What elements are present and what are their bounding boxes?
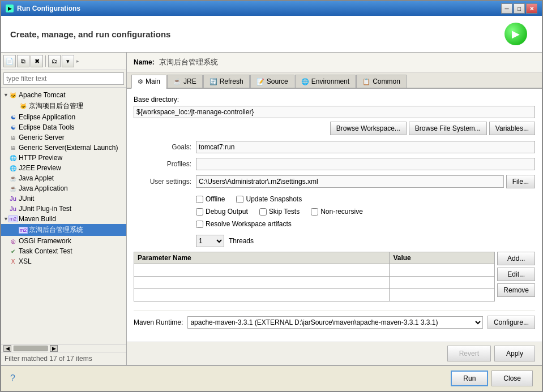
debug-output-checkbox-item: Debug Output [196, 208, 248, 216]
tree-item-junit-plugin[interactable]: Ju JUnit Plug-in Test [1, 204, 126, 214]
remove-param-button[interactable]: Remove [497, 283, 535, 297]
title-bar: ▶ Run Configurations ─ □ ✕ [1, 1, 542, 16]
tab-source[interactable]: 📝 Source [250, 75, 294, 88]
tab-common[interactable]: 📋 Common [356, 75, 407, 88]
duplicate-config-button[interactable]: ⧉ [17, 55, 29, 67]
resolve-workspace-checkbox[interactable] [196, 221, 203, 228]
close-dialog-button[interactable]: Close [491, 371, 533, 386]
tab-refresh-label: Refresh [220, 77, 243, 85]
horizontal-scrollbar[interactable]: ◀ ▶ [1, 344, 126, 352]
tree-label: 京淘后台管理系统 [29, 225, 83, 235]
tab-jre[interactable]: ☕ JRE [167, 75, 203, 88]
browse-workspace-button[interactable]: Browse Workspace... [330, 122, 407, 135]
run-button[interactable]: Run [451, 371, 488, 386]
skip-tests-label: Skip Tests [269, 208, 300, 216]
checkboxes-row-3: Resolve Workspace artifacts [134, 218, 535, 230]
scroll-left[interactable]: ◀ [3, 345, 11, 352]
window-title: Run Configurations [17, 5, 80, 12]
skip-tests-checkbox[interactable] [259, 208, 267, 216]
param-name-header: Parameter Name [134, 252, 390, 264]
config-action-buttons: Revert Apply [127, 342, 542, 365]
delete-config-button[interactable]: ✖ [31, 55, 43, 67]
base-directory-input[interactable] [134, 106, 535, 118]
tree-item-jt-maven[interactable]: m2 京淘后台管理系统 [1, 224, 126, 236]
expand-arrow: ▼ [3, 92, 9, 98]
base-directory-section: Base directory: Browse Workspace... Brow… [134, 96, 535, 135]
browse-filesystem-button[interactable]: Browse File System... [409, 122, 487, 135]
source-tab-icon: 📝 [256, 78, 264, 85]
right-panel: Name: 京淘后台管理系统 ⚙ Main ☕ JRE 🔄 Refresh [127, 53, 542, 365]
param-empty-row-1 [134, 264, 495, 277]
tree-item-maven-build[interactable]: ▼ m2 Maven Build [1, 214, 126, 224]
edit-param-button[interactable]: Edit... [497, 268, 535, 281]
offline-checkbox-item: Offline [196, 195, 225, 203]
j2ee-icon: 🌐 [9, 164, 17, 172]
junit-icon: Ju [9, 195, 17, 203]
tree-item-apache-tomcat[interactable]: ▼ 🐱 Apache Tomcat [1, 90, 126, 100]
collapse-button[interactable]: ▾ [62, 55, 74, 67]
file-button[interactable]: File... [506, 175, 535, 188]
name-row: Name: 京淘后台管理系统 [127, 53, 542, 72]
tree-item-j2ee[interactable]: 🌐 J2EE Preview [1, 163, 126, 173]
main-tab-icon: ⚙ [138, 78, 143, 85]
tree-item-task-context[interactable]: ✔ Task Context Test [1, 246, 126, 256]
tree-item-osgi[interactable]: ◎ OSGi Framework [1, 236, 126, 246]
tree-label: Eclipse Application [19, 113, 75, 121]
toolbar-separator [45, 55, 46, 67]
debug-output-checkbox[interactable] [196, 208, 203, 216]
close-button[interactable]: ✕ [526, 3, 537, 14]
java-applet-icon: ☕ [9, 174, 17, 182]
tab-main[interactable]: ⚙ Main [131, 75, 166, 89]
help-icon-area[interactable]: ? [10, 373, 15, 384]
goals-input[interactable] [196, 141, 535, 153]
minimize-button[interactable]: ─ [501, 3, 512, 14]
maven-runtime-row: Maven Runtime: apache-maven-3.3.1 (EXTER… [134, 311, 535, 329]
tree-item-generic-server[interactable]: 🖥 Generic Server [1, 132, 126, 143]
tab-refresh[interactable]: 🔄 Refresh [203, 75, 250, 88]
new-config-button[interactable]: 📄 [3, 55, 16, 67]
profiles-input[interactable] [196, 158, 535, 170]
tree-item-generic-external[interactable]: 🖥 Generic Server(External Launch) [1, 143, 126, 153]
tree-item-http[interactable]: 🌐 HTTP Preview [1, 153, 126, 163]
revert-button[interactable]: Revert [447, 346, 491, 361]
scroll-thumb[interactable] [14, 346, 48, 351]
tree-item-jt-manage[interactable]: 🐱 京淘项目后台管理 [1, 100, 126, 112]
tree-label: 京淘项目后台管理 [29, 101, 83, 111]
tree-item-eclipse-data[interactable]: ☯ Eclipse Data Tools [1, 122, 126, 132]
param-buttons: Add... Edit... Remove [497, 252, 535, 306]
tree-label: J2EE Preview [19, 164, 61, 172]
tree-label: JUnit [19, 195, 34, 203]
apply-button[interactable]: Apply [494, 346, 535, 361]
dialog-title: Create, manage, and run configurations [10, 29, 170, 39]
filter-input[interactable] [3, 72, 124, 85]
update-snapshots-checkbox[interactable] [236, 196, 243, 203]
threads-select[interactable]: 1 2 4 [196, 235, 224, 247]
tree-item-eclipse-app[interactable]: ☯ Eclipse Application [1, 112, 126, 122]
tree-item-junit[interactable]: Ju JUnit [1, 193, 126, 204]
scroll-right[interactable]: ▶ [50, 345, 58, 352]
config-area: Base directory: Browse Workspace... Brow… [127, 89, 542, 342]
dialog-header: Create, manage, and run configurations ▶ [1, 16, 542, 53]
tree-item-xsl[interactable]: X XSL [1, 256, 126, 266]
non-recursive-checkbox[interactable] [311, 208, 318, 216]
checkboxes-row-1: Offline Update Snapshots [134, 193, 535, 205]
user-settings-input[interactable] [196, 175, 504, 188]
tab-environment[interactable]: 🌐 Environment [295, 75, 356, 88]
debug-output-label: Debug Output [206, 208, 248, 216]
env-tab-icon: 🌐 [301, 78, 309, 85]
tabs-bar: ⚙ Main ☕ JRE 🔄 Refresh 📝 Source 🌐 E [127, 72, 542, 89]
maximize-button[interactable]: □ [514, 3, 525, 14]
tree-item-java-applet[interactable]: ☕ Java Applet [1, 173, 126, 183]
tree-item-java-app[interactable]: ☕ Java Application [1, 183, 126, 193]
generic-external-icon: 🖥 [9, 144, 17, 152]
tree-label: Generic Server(External Launch) [19, 144, 118, 152]
offline-checkbox[interactable] [196, 196, 203, 203]
maven-runtime-select[interactable]: apache-maven-3.3.1 (EXTERNAL D:\jarSourc… [187, 316, 483, 329]
param-section: Parameter Name Value A [134, 252, 535, 306]
variables-button[interactable]: Variables... [489, 122, 535, 135]
update-snapshots-label: Update Snapshots [246, 195, 302, 203]
filter-button[interactable]: 🗂 [48, 55, 61, 67]
configure-button[interactable]: Configure... [488, 316, 535, 329]
param-empty-row-3 [134, 289, 495, 301]
add-param-button[interactable]: Add... [497, 252, 535, 265]
